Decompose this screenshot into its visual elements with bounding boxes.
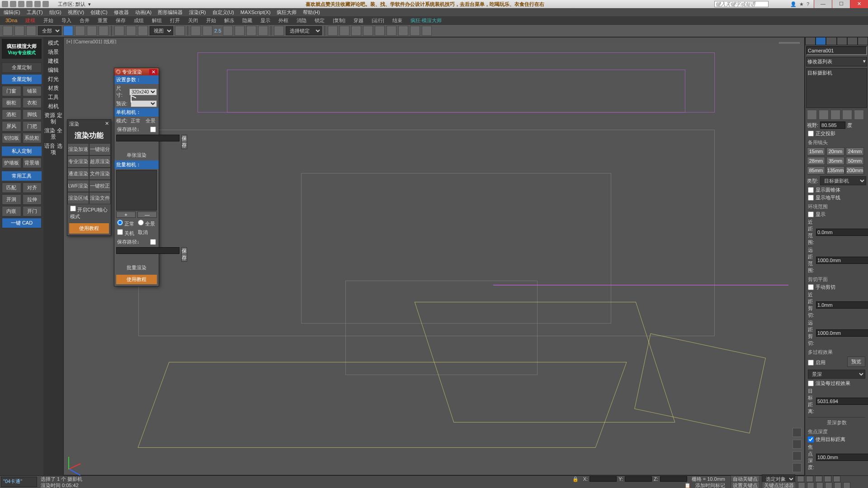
menu-anim[interactable]: 动画(A): [135, 9, 152, 16]
btn-alu[interactable]: 铝扣板: [2, 133, 21, 143]
named-sel-icon[interactable]: [274, 26, 284, 36]
rib-18[interactable]: |复制|: [333, 17, 345, 24]
rib-brand[interactable]: 疯狂·模渲大师: [410, 17, 442, 24]
layer-indicator[interactable]: "04卡通": [1, 477, 37, 487]
modifier-stack[interactable]: 目标摄影机: [806, 68, 867, 108]
rail-mat[interactable]: 材质: [48, 85, 59, 91]
hdr-private[interactable]: 私人定制: [2, 146, 42, 156]
nav3-icon[interactable]: [816, 482, 823, 488]
btn-opendoor[interactable]: 开门: [23, 206, 42, 216]
menu-tools[interactable]: 工具(T): [27, 9, 43, 16]
scope-select[interactable]: 全部: [38, 26, 61, 35]
btn-door[interactable]: 门窗: [2, 86, 21, 96]
p1-correct[interactable]: 一键校正: [89, 180, 111, 192]
horizon-check[interactable]: [808, 195, 814, 201]
goto-start-icon[interactable]: [797, 476, 804, 482]
p1-tutorial[interactable]: 使用教程: [69, 223, 109, 234]
menu-help[interactable]: 帮助(H): [303, 9, 320, 16]
save1-button[interactable]: 保存: [181, 135, 187, 149]
lens-85[interactable]: 85mm: [807, 166, 825, 174]
rib-8[interactable]: 解组: [152, 17, 162, 24]
rail-tool[interactable]: 工具: [48, 94, 59, 100]
star-icon[interactable]: ★: [799, 1, 804, 7]
rib-12[interactable]: 解冻: [224, 17, 234, 24]
cancel-button[interactable]: 取消: [138, 229, 148, 237]
rib-15[interactable]: 外框: [278, 17, 288, 24]
p1-rfile[interactable]: 渲染文件: [89, 192, 111, 204]
focal-input[interactable]: [816, 454, 868, 461]
nav2-icon[interactable]: [807, 482, 814, 488]
lens-35[interactable]: 35mm: [826, 157, 844, 165]
align-icon[interactable]: [340, 26, 349, 36]
pin-icon[interactable]: [807, 110, 817, 120]
btn-wardrobe[interactable]: 衣柜: [23, 98, 42, 108]
viewport-canvas[interactable]: [65, 44, 803, 474]
rail-res[interactable]: 资源 定制: [44, 112, 62, 125]
remove-icon[interactable]: [842, 110, 852, 120]
open-icon[interactable]: [18, 1, 24, 7]
help-search-input[interactable]: [714, 1, 769, 7]
move-icon[interactable]: [114, 26, 124, 36]
menu-graph[interactable]: 图形编辑器: [158, 9, 183, 16]
select-rect-icon[interactable]: [87, 26, 97, 36]
lens-24[interactable]: 24mm: [846, 147, 864, 155]
btn-hole[interactable]: 开洞: [2, 194, 21, 205]
curve-editor-icon[interactable]: [363, 26, 373, 36]
workspace-selector[interactable]: 工作区: 默认▾: [58, 1, 91, 8]
help-icon[interactable]: ?: [807, 1, 809, 7]
fov-input[interactable]: [820, 122, 845, 129]
maximize-button[interactable]: ☐: [832, 0, 850, 8]
next-icon[interactable]: [824, 476, 831, 482]
tab-display[interactable]: [847, 37, 858, 45]
setkey-button[interactable]: 设置关键点: [731, 482, 760, 488]
rib-17[interactable]: 锁定: [315, 17, 325, 24]
percent-snap-icon[interactable]: [246, 26, 256, 36]
camera-list[interactable]: [116, 170, 157, 211]
rotate-icon[interactable]: [126, 26, 136, 36]
keyfilter-button[interactable]: 关键点过滤器: [762, 482, 796, 488]
rib-3dna[interactable]: 3Dna: [5, 18, 17, 23]
menu-group[interactable]: 组(G): [49, 9, 61, 16]
rail-render[interactable]: 渲染 全景: [44, 127, 62, 140]
layers-icon[interactable]: [351, 26, 361, 36]
p1-channel[interactable]: 通道渲染: [67, 168, 89, 180]
bind-icon[interactable]: [26, 26, 36, 36]
p1-super[interactable]: 超原渲染: [89, 155, 111, 168]
lens-15[interactable]: 15mm: [807, 147, 825, 155]
rib-16[interactable]: 消隐: [297, 17, 307, 24]
btn-paving[interactable]: 铺装: [23, 86, 42, 96]
pivot-icon[interactable]: [175, 26, 185, 36]
y-input[interactable]: [625, 476, 652, 482]
angle-snap-icon[interactable]: [235, 26, 245, 36]
tab-motion[interactable]: [837, 37, 847, 45]
rib-21[interactable]: 结束: [392, 17, 402, 24]
rail-edit[interactable]: 编辑: [48, 67, 59, 73]
tab-modify[interactable]: [816, 37, 826, 45]
keyboard-icon[interactable]: [203, 26, 212, 36]
menu-render[interactable]: 渲染(R): [189, 9, 206, 16]
pro-render-dialog[interactable]: ◎ 专业渲染✕ 设置参数： 尺寸:320x240 预设: 单机相机： 模式:正常…: [114, 68, 159, 286]
p1-shrink[interactable]: 一键缩分: [89, 143, 111, 155]
show-end-icon[interactable]: [819, 110, 829, 120]
preset-select[interactable]: [131, 100, 157, 107]
p2-close-icon[interactable]: ✕: [149, 69, 157, 75]
save2-button[interactable]: 保存: [181, 247, 187, 262]
nav5-icon[interactable]: [834, 482, 841, 488]
rail-light[interactable]: 灯光: [48, 76, 59, 82]
cfar-input[interactable]: [816, 329, 868, 337]
render-frame-icon[interactable]: [410, 26, 420, 36]
near-input[interactable]: [816, 229, 868, 236]
scale-icon[interactable]: [138, 26, 148, 36]
select-icon[interactable]: [63, 26, 73, 36]
modifier-list[interactable]: 修改器列表▾: [806, 57, 867, 66]
object-name-input[interactable]: [806, 46, 867, 55]
p2-tutorial[interactable]: 使用教程: [116, 275, 157, 284]
p1-file[interactable]: 文件渲染: [89, 168, 111, 180]
tab-hierarchy[interactable]: [826, 37, 836, 45]
nav4-icon[interactable]: [825, 482, 832, 488]
orbit-icon[interactable]: [793, 440, 802, 449]
btn-wine[interactable]: 酒柜: [2, 109, 21, 120]
undo-icon[interactable]: [34, 1, 41, 7]
hdr-tools[interactable]: 常用工具: [2, 171, 42, 181]
hdr-allhouse[interactable]: 全屋定制: [2, 62, 42, 73]
